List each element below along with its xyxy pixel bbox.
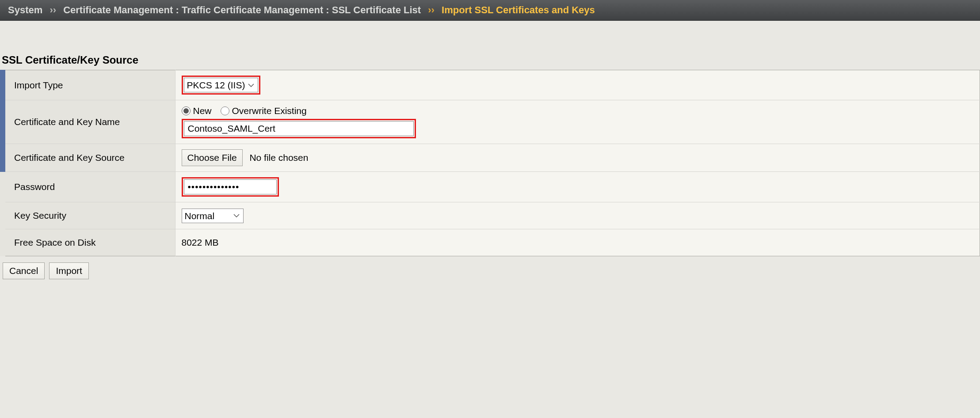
highlight-password [182,177,279,197]
breadcrumb-current: Import SSL Certificates and Keys [442,4,595,15]
free-space-value: 8022 MB [175,229,980,256]
breadcrumb: System ›› Certificate Management : Traff… [0,0,980,21]
breadcrumb-separator-icon: ›› [428,4,435,15]
choose-file-button[interactable]: Choose File [182,149,243,166]
radio-overwrite[interactable] [221,106,229,115]
import-button[interactable]: Import [49,262,89,279]
password-input[interactable] [184,179,277,194]
breadcrumb-root[interactable]: System [8,4,42,15]
cancel-button[interactable]: Cancel [3,262,45,279]
row-key-security: Key Security Normal [3,202,980,229]
label-free-space: Free Space on Disk [3,229,175,256]
breadcrumb-path[interactable]: Certificate Management : Traffic Certifi… [63,4,421,15]
row-cert-key-source: Certificate and Key Source Choose File N… [3,144,980,172]
row-import-type: Import Type PKCS 12 (IIS) [3,70,980,100]
footer-button-bar: Cancel Import [0,256,980,285]
cert-key-name-input[interactable] [184,121,414,136]
highlight-cert-name [182,119,416,138]
radio-new-label[interactable]: New [193,106,212,116]
row-cert-key-name: Certificate and Key Name New Overwrite E… [3,100,980,144]
row-password: Password [3,172,980,202]
file-status-text: No file chosen [249,152,308,163]
section-title: SSL Certificate/Key Source [2,54,980,66]
radio-overwrite-label[interactable]: Overwrite Existing [232,106,307,116]
ssl-source-form: Import Type PKCS 12 (IIS) Certificate an… [0,70,980,256]
import-type-select[interactable]: PKCS 12 (IIS) [184,78,258,92]
label-cert-key-source: Certificate and Key Source [3,144,175,172]
label-import-type: Import Type [3,70,175,100]
radio-new[interactable] [182,106,191,115]
breadcrumb-separator-icon: ›› [50,4,56,15]
row-free-space: Free Space on Disk 8022 MB [3,229,980,256]
label-cert-key-name: Certificate and Key Name [3,100,175,144]
label-password: Password [3,172,175,202]
label-key-security: Key Security [3,202,175,229]
highlight-import-type: PKCS 12 (IIS) [182,76,260,95]
key-security-select[interactable]: Normal [182,209,244,223]
